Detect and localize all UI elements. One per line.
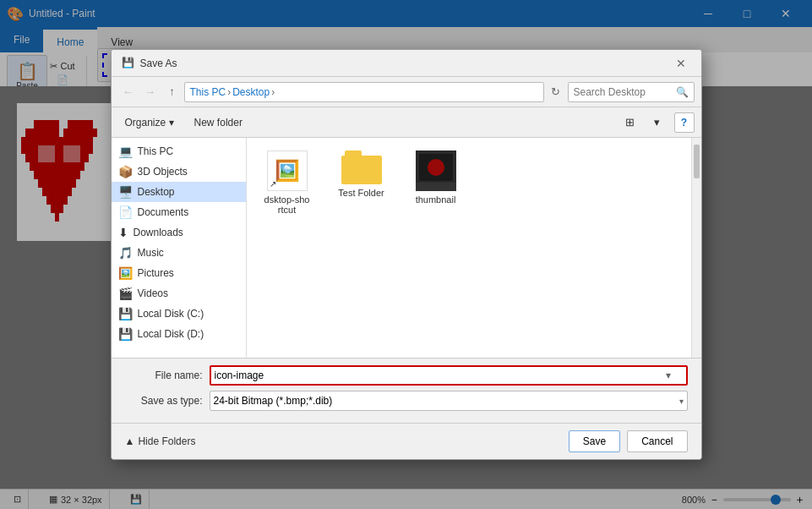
forward-button[interactable]: → [140,82,161,102]
music-icon: 🎵 [118,246,133,260]
help-button[interactable]: ? [674,112,695,133]
folder-file-icon [341,151,382,184]
localc-icon: 💾 [118,307,133,320]
breadcrumb-thispc[interactable]: This PC [190,86,226,98]
chevron-up-icon: ▲ [125,435,135,447]
svg-rect-20 [416,183,456,191]
documents-icon: 📄 [118,205,133,219]
dialog-body: 💻 This PC 📦 3D Objects 🖥️ Desktop 📄 Docu… [112,138,701,358]
locald-icon: 💾 [118,327,133,341]
sidebar-label-thispc: This PC [138,145,174,157]
sidebar-item-localc[interactable]: 💾 Local Disk (C:) [112,304,246,324]
sidebar-label-desktop: Desktop [138,186,175,198]
filetype-arrow: ▾ [679,397,684,406]
dialog-title-bar: 💾 Save As ✕ [112,50,701,77]
breadcrumb-desktop[interactable]: Desktop [232,86,270,98]
shortcut-file-icon: 🖼️ ↗ [267,151,308,191]
sidebar-label-documents: Documents [138,206,189,218]
search-box: 🔍 [568,82,695,102]
sidebar-label-locald: Local Disk (D:) [138,328,204,340]
filename-label: File name: [125,369,210,381]
3dobjects-icon: 📦 [118,165,133,178]
testfolder-label: Test Folder [338,188,384,198]
organize-button[interactable]: Organize ▾ [118,112,181,133]
sidebar-item-videos[interactable]: 🎬 Videos [112,283,246,304]
downloads-icon: ⬇ [118,226,128,239]
cancel-button[interactable]: Cancel [627,430,687,452]
dialog-action-toolbar: Organize ▾ New folder ⊞ ▾ ? [112,107,701,138]
file-item-testfolder[interactable]: Test Folder [328,145,395,221]
new-folder-button[interactable]: New folder [188,112,249,133]
sidebar-label-downloads: Downloads [134,227,183,238]
hide-folders-label: Hide Folders [138,435,195,447]
filename-row: File name: ▾ [125,365,688,386]
dialog-sidebar: 💻 This PC 📦 3D Objects 🖥️ Desktop 📄 Docu… [112,138,247,358]
sidebar-label-localc: Local Disk (C:) [138,308,204,320]
sidebar-label-3dobjects: 3D Objects [138,166,188,178]
thumbnail-label: thumbnail [416,194,456,205]
scrollbar-thumb[interactable] [694,145,700,178]
folder-body [341,156,382,184]
file-item-thumbnail[interactable]: thumbnail [402,145,470,221]
filename-input-container: ▾ [210,365,688,386]
videos-icon: 🎬 [118,287,133,300]
search-icon: 🔍 [676,86,689,98]
dialog-file-area: 🖼️ ↗ dsktop-sho rtcut Test Folder [247,138,691,358]
breadcrumb-sep1: › [227,86,231,98]
dialog-scrollbar[interactable] [691,138,701,358]
file-item-shortcut[interactable]: 🖼️ ↗ dsktop-sho rtcut [253,145,321,221]
save-button[interactable]: Save [569,430,620,452]
svg-point-19 [428,159,444,176]
save-as-dialog: 💾 Save As ✕ ← → ↑ This PC › Desktop › ↻ … [111,49,702,460]
shortcut-icon-symbol: 🖼️ [275,159,300,183]
filetype-value: 24-bit Bitmap (*.bmp;*.dib) [214,395,333,407]
sidebar-item-locald[interactable]: 💾 Local Disk (D:) [112,324,246,344]
filetype-label: Save as type: [125,395,210,407]
filetype-row: Save as type: 24-bit Bitmap (*.bmp;*.dib… [125,391,688,411]
dialog-actions: ▲ Hide Folders Save Cancel [112,423,701,459]
sidebar-item-documents[interactable]: 📄 Documents [112,202,246,222]
thumbnail-file-icon [416,151,456,191]
hide-folders-toggle[interactable]: ▲ Hide Folders [125,435,196,447]
sidebar-label-pictures: Pictures [138,267,174,279]
search-input[interactable] [574,86,676,98]
shortcut-file-label: dsktop-sho rtcut [258,194,317,215]
breadcrumb: This PC › Desktop › [184,82,544,102]
dialog-title-text: Save As [140,57,671,69]
sidebar-item-pictures[interactable]: 🖼️ Pictures [112,263,246,283]
dialog-form: File name: ▾ Save as type: 24-bit Bitmap… [112,358,701,423]
view-button[interactable]: ⊞ [620,112,640,133]
thispc-icon: 💻 [118,145,133,158]
action-buttons: Save Cancel [569,430,688,452]
up-button[interactable]: ↑ [162,82,183,102]
refresh-button[interactable]: ↻ [546,82,566,102]
pictures-icon: 🖼️ [118,266,133,280]
sidebar-item-music[interactable]: 🎵 Music [112,243,246,263]
sidebar-item-downloads[interactable]: ⬇ Downloads [112,222,246,243]
shortcut-arrow: ↗ [270,179,276,189]
dialog-overlay: 💾 Save As ✕ ← → ↑ This PC › Desktop › ↻ … [0,0,812,509]
sidebar-label-videos: Videos [138,287,168,299]
thumbnail-svg [416,151,456,191]
back-button[interactable]: ← [118,82,139,102]
filename-dropdown-arrow[interactable]: ▾ [666,369,671,381]
sidebar-item-thispc[interactable]: 💻 This PC [112,141,246,161]
filename-input[interactable] [215,369,666,381]
paint-window: 🎨 Untitled - Paint ─ □ ✕ File Home View … [0,0,812,509]
dialog-title-icon: 💾 [122,57,135,70]
dialog-close-button[interactable]: ✕ [671,53,691,74]
view-dropdown-button[interactable]: ▾ [647,112,668,133]
desktop-icon: 🖥️ [118,185,133,199]
breadcrumb-sep2: › [271,86,275,98]
dialog-nav-toolbar: ← → ↑ This PC › Desktop › ↻ 🔍 [112,77,701,107]
filetype-select[interactable]: 24-bit Bitmap (*.bmp;*.dib) ▾ [210,391,688,411]
sidebar-item-3dobjects[interactable]: 📦 3D Objects [112,161,246,182]
sidebar-item-desktop[interactable]: 🖥️ Desktop [112,182,246,202]
sidebar-label-music: Music [138,247,164,259]
